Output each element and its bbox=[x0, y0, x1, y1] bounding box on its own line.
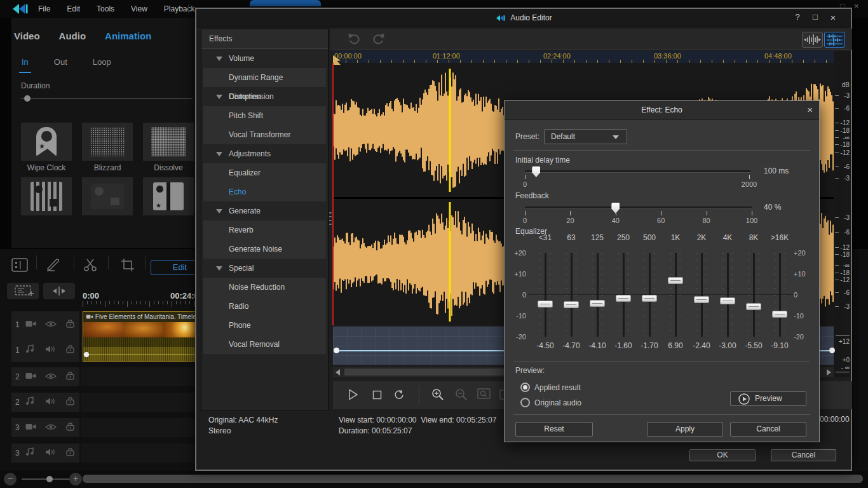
app-close-icon[interactable]: × bbox=[854, 1, 859, 11]
menu-item-edit[interactable]: Edit bbox=[67, 4, 80, 13]
transition-thumb-dissolve[interactable] bbox=[143, 123, 194, 161]
original-audio-radio[interactable] bbox=[520, 398, 530, 407]
eq-band-handle[interactable] bbox=[746, 303, 761, 310]
speaker-icon[interactable] bbox=[45, 447, 55, 459]
effect-reverb[interactable]: Reverb bbox=[203, 220, 326, 240]
razor-icon[interactable] bbox=[46, 257, 61, 275]
loop-icon[interactable] bbox=[393, 390, 404, 403]
eq-band-handle[interactable] bbox=[694, 296, 709, 303]
cancel-button[interactable]: Cancel bbox=[771, 449, 836, 461]
timeline-scrollbar[interactable] bbox=[83, 475, 863, 483]
waveform-view-toggle[interactable] bbox=[802, 32, 823, 48]
speaker-icon[interactable] bbox=[45, 396, 55, 408]
zoom-out-icon[interactable] bbox=[455, 388, 468, 403]
effect-radio[interactable]: Radio bbox=[203, 297, 326, 316]
eq-band-rail[interactable] bbox=[701, 253, 703, 337]
transition-thumb-blizzard[interactable] bbox=[82, 123, 133, 161]
echo-dialog-titlebar[interactable]: Effect: Echo × bbox=[505, 101, 819, 120]
eq-band-rail[interactable] bbox=[727, 253, 729, 337]
menu-item-file[interactable]: File bbox=[38, 4, 50, 13]
export-button-partial[interactable] bbox=[250, 0, 321, 6]
close-icon[interactable]: × bbox=[807, 104, 813, 115]
track-lane[interactable] bbox=[81, 393, 197, 412]
help-icon[interactable]: ? bbox=[791, 12, 804, 24]
effect-generate[interactable]: Generate bbox=[201, 201, 328, 220]
lock-icon[interactable] bbox=[65, 447, 75, 459]
effect-distortion[interactable]: Distortion bbox=[201, 87, 328, 106]
tab-video[interactable]: Video bbox=[14, 30, 40, 41]
scissors-icon[interactable] bbox=[83, 258, 97, 274]
menu-item-view[interactable]: View bbox=[131, 4, 147, 13]
effect-dynamic-range-compression[interactable]: Dynamic Range Compression bbox=[203, 68, 326, 87]
collapse-triangle-icon[interactable] bbox=[216, 266, 222, 271]
effects-view-toggle[interactable] bbox=[824, 32, 845, 48]
eq-band-handle[interactable] bbox=[642, 295, 657, 302]
menu-item-tools[interactable]: Tools bbox=[97, 4, 114, 13]
duration-slider[interactable] bbox=[21, 98, 193, 99]
effect-equalizer[interactable]: Equalizer bbox=[203, 163, 326, 182]
effect-generate-noise[interactable]: Generate Noise bbox=[203, 240, 326, 259]
subtab-loop[interactable]: Loop bbox=[90, 57, 114, 73]
eq-band-handle[interactable] bbox=[668, 277, 683, 284]
clip-envelope-line[interactable] bbox=[83, 355, 203, 355]
eye-icon[interactable] bbox=[45, 422, 57, 433]
eq-band-rail[interactable] bbox=[597, 253, 599, 337]
eq-band-handle[interactable] bbox=[772, 311, 787, 318]
ok-button[interactable]: OK bbox=[689, 449, 756, 461]
delay-slider[interactable] bbox=[525, 170, 750, 173]
eye-icon[interactable] bbox=[45, 371, 57, 383]
music-note-icon[interactable] bbox=[25, 447, 34, 459]
stop-icon[interactable] bbox=[372, 390, 382, 402]
effect-special[interactable]: Special bbox=[201, 259, 328, 278]
eq-band-handle[interactable] bbox=[538, 301, 553, 308]
apply-button[interactable]: Apply bbox=[647, 422, 723, 437]
playhead[interactable] bbox=[332, 63, 334, 325]
preview-button[interactable]: Preview bbox=[730, 391, 806, 406]
eq-band-handle[interactable] bbox=[564, 301, 579, 308]
zoom-in-button[interactable]: + bbox=[69, 473, 82, 485]
menu-item-playback[interactable]: Playback bbox=[164, 4, 195, 13]
zoom-in-icon[interactable] bbox=[431, 388, 444, 403]
dialog-cancel-button[interactable]: Cancel bbox=[730, 422, 806, 437]
effect-volume[interactable]: Volume bbox=[201, 49, 328, 68]
redo-icon[interactable] bbox=[371, 32, 385, 48]
transition-thumb-4[interactable] bbox=[82, 177, 133, 215]
effect-echo[interactable]: Echo bbox=[203, 182, 326, 201]
track-lane[interactable] bbox=[81, 418, 197, 437]
eq-band-handle[interactable] bbox=[616, 295, 631, 302]
eq-band-rail[interactable] bbox=[753, 253, 755, 337]
play-icon[interactable] bbox=[348, 389, 358, 403]
eq-band-rail[interactable] bbox=[571, 253, 573, 337]
lock-icon[interactable] bbox=[65, 396, 75, 408]
effect-vocal-transformer[interactable]: Vocal Transformer bbox=[203, 125, 326, 144]
panel-splitter-handle[interactable] bbox=[329, 212, 332, 226]
effect-vocal-removal[interactable]: Vocal Removal bbox=[203, 335, 326, 354]
envelope-handle[interactable] bbox=[334, 348, 339, 353]
eq-band-rail[interactable] bbox=[545, 253, 546, 337]
effect-adjustments[interactable]: Adjustments bbox=[201, 144, 328, 163]
preset-dropdown[interactable]: Default bbox=[544, 129, 627, 144]
tab-animation[interactable]: Animation bbox=[105, 30, 151, 41]
applied-result-radio[interactable] bbox=[520, 383, 530, 392]
camera-icon[interactable] bbox=[25, 422, 36, 433]
maximize-icon[interactable]: □ bbox=[809, 12, 822, 24]
storyboard-icon[interactable] bbox=[11, 258, 28, 274]
waveform-ruler[interactable]: 00:00:0001:12:0002:24:0003:36:0004:48:00 bbox=[333, 51, 834, 63]
camera-icon[interactable] bbox=[25, 319, 36, 330]
effect-pitch-shift[interactable]: Pitch Shift bbox=[203, 106, 326, 125]
collapse-triangle-icon[interactable] bbox=[216, 57, 222, 61]
eq-band-rail[interactable] bbox=[779, 253, 781, 337]
eye-icon[interactable] bbox=[45, 319, 57, 330]
zoom-out-button[interactable]: − bbox=[4, 473, 17, 485]
transition-thumb-3[interactable] bbox=[21, 177, 72, 215]
collapse-triangle-icon[interactable] bbox=[216, 95, 222, 99]
subtab-out[interactable]: Out bbox=[51, 57, 70, 73]
envelope-handle[interactable] bbox=[829, 348, 835, 353]
crop-icon[interactable] bbox=[121, 258, 135, 274]
lock-icon[interactable] bbox=[65, 422, 75, 433]
eq-band-handle[interactable] bbox=[720, 297, 735, 304]
collapse-triangle-icon[interactable] bbox=[216, 209, 222, 214]
transition-thumb-wipe-clock[interactable] bbox=[21, 123, 72, 161]
transition-thumb-5[interactable] bbox=[143, 177, 194, 215]
music-note-icon[interactable] bbox=[25, 396, 34, 408]
